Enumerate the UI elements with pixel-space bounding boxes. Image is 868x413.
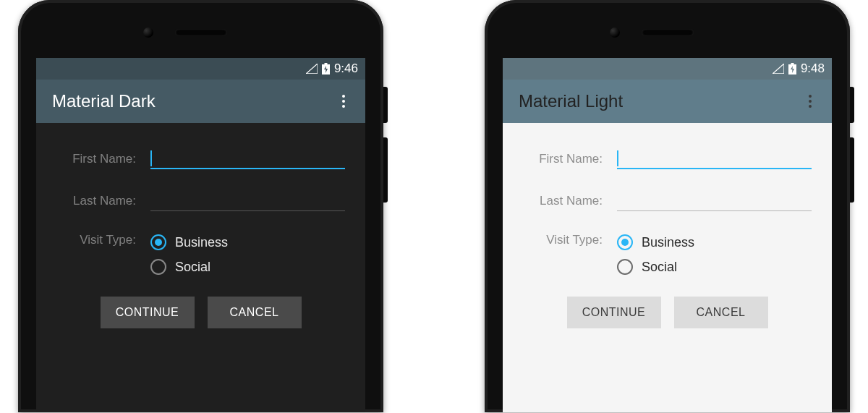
form-content: First Name: Last Name: Visit Type: Busin…	[503, 123, 832, 412]
first-name-row: First Name:	[523, 149, 812, 169]
first-name-label: First Name:	[523, 152, 617, 166]
device-camera	[610, 27, 620, 38]
battery-charging-icon	[322, 63, 330, 74]
radio-business-label: Business	[175, 235, 228, 250]
first-name-label: First Name:	[56, 152, 150, 166]
overflow-menu-icon[interactable]	[335, 93, 352, 110]
cancel-button[interactable]: CANCEL	[208, 297, 302, 328]
device-camera	[143, 27, 153, 38]
status-bar: 9:48	[503, 58, 832, 80]
radio-checked-icon	[150, 234, 166, 250]
last-name-row: Last Name:	[523, 191, 812, 211]
last-name-label: Last Name:	[523, 194, 617, 208]
radio-business-label: Business	[642, 235, 694, 250]
status-time: 9:46	[334, 61, 358, 76]
radio-business[interactable]: Business	[150, 234, 345, 250]
radio-checked-icon	[617, 234, 633, 250]
battery-charging-icon	[788, 63, 796, 74]
device-speaker	[175, 29, 227, 36]
signal-icon	[306, 64, 318, 74]
screen-dark: 9:46 Material Dark First Name: Last Name…	[36, 58, 365, 412]
signal-icon	[773, 64, 784, 74]
device-frame-light: 9:48 Material Light First Name: Last Nam…	[485, 0, 850, 412]
first-name-input[interactable]	[150, 149, 345, 169]
svg-rect-1	[324, 63, 327, 64]
device-side-button	[383, 87, 388, 123]
screen-light: 9:48 Material Light First Name: Last Nam…	[503, 58, 832, 412]
visit-type-radio-group: Business Social	[150, 233, 345, 275]
radio-social[interactable]: Social	[617, 259, 812, 275]
text-cursor	[617, 150, 618, 166]
visit-type-label: Visit Type:	[523, 233, 617, 247]
last-name-row: Last Name:	[56, 191, 345, 211]
visit-type-label: Visit Type:	[56, 233, 150, 247]
continue-button[interactable]: CONTINUE	[567, 297, 661, 328]
radio-unchecked-icon	[150, 259, 166, 275]
button-row: CONTINUE CANCEL	[56, 297, 345, 328]
radio-social-label: Social	[642, 260, 677, 275]
app-bar: Material Dark	[36, 80, 365, 123]
status-bar: 9:46	[36, 58, 365, 80]
radio-business[interactable]: Business	[617, 234, 812, 250]
device-speaker	[642, 29, 694, 36]
app-title: Material Light	[519, 91, 623, 111]
radio-social-label: Social	[175, 260, 210, 275]
text-cursor	[150, 150, 152, 166]
visit-type-radio-group: Business Social	[617, 233, 812, 275]
radio-unchecked-icon	[617, 259, 633, 275]
first-name-row: First Name:	[56, 149, 345, 169]
form-content: First Name: Last Name: Visit Type: Busin…	[36, 123, 365, 412]
device-frame-dark: 9:46 Material Dark First Name: Last Name…	[18, 0, 383, 412]
status-time: 9:48	[801, 61, 825, 76]
button-row: CONTINUE CANCEL	[523, 297, 812, 328]
device-side-button	[850, 87, 854, 123]
cancel-button[interactable]: CANCEL	[674, 297, 768, 328]
app-title: Material Dark	[52, 91, 156, 111]
svg-rect-3	[791, 63, 793, 64]
visit-type-row: Visit Type: Business Social	[56, 233, 345, 275]
visit-type-row: Visit Type: Business Social	[523, 233, 812, 275]
last-name-input[interactable]	[150, 191, 345, 211]
device-side-button	[383, 137, 388, 203]
first-name-input[interactable]	[617, 149, 812, 169]
app-bar: Material Light	[503, 80, 832, 123]
last-name-input[interactable]	[617, 191, 812, 211]
continue-button[interactable]: CONTINUE	[101, 297, 195, 328]
overflow-menu-icon[interactable]	[801, 93, 819, 110]
radio-social[interactable]: Social	[150, 259, 345, 275]
last-name-label: Last Name:	[56, 194, 150, 208]
device-side-button	[850, 137, 854, 203]
